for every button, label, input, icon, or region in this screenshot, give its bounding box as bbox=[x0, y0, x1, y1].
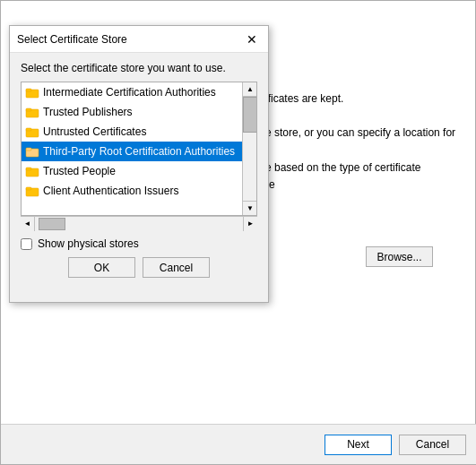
scroll-right-button[interactable]: ► bbox=[243, 217, 257, 231]
scroll-down-button[interactable]: ▼ bbox=[243, 201, 257, 215]
ok-button[interactable]: OK bbox=[68, 257, 135, 278]
folder-icon bbox=[25, 144, 39, 159]
list-item-label: Trusted Publishers bbox=[43, 106, 133, 118]
show-physical-stores-label: Show physical stores bbox=[38, 237, 139, 250]
modal-description-text: Select the certificate store you want to… bbox=[21, 62, 257, 74]
svg-rect-9 bbox=[26, 168, 31, 170]
folder-icon bbox=[25, 105, 39, 119]
certificate-store-modal: Select Certificate Store ✕ Select the ce… bbox=[9, 25, 269, 303]
svg-rect-11 bbox=[26, 187, 31, 190]
svg-rect-3 bbox=[26, 108, 31, 111]
show-physical-stores-checkbox[interactable] bbox=[21, 238, 32, 250]
list-item-label: Trusted People bbox=[43, 165, 116, 177]
cancel-button[interactable]: Cancel bbox=[143, 257, 210, 278]
modal-body: Select the certificate store you want to… bbox=[10, 53, 268, 285]
folder-icon bbox=[25, 184, 39, 198]
folder-icon bbox=[25, 125, 39, 139]
list-item[interactable]: Untrusted Certificates bbox=[22, 122, 242, 142]
certificate-store-list[interactable]: Intermediate Certification Authorities T… bbox=[22, 82, 242, 215]
list-item[interactable]: Intermediate Certification Authorities bbox=[22, 82, 242, 102]
scroll-up-button[interactable]: ▲ bbox=[243, 82, 257, 97]
modal-overlay: Select Certificate Store ✕ Select the ce… bbox=[0, 0, 476, 465]
list-item-label: Untrusted Certificates bbox=[43, 125, 146, 138]
svg-rect-5 bbox=[26, 128, 31, 131]
hscroll-thumb[interactable] bbox=[39, 218, 65, 230]
svg-rect-1 bbox=[26, 89, 31, 91]
certificate-store-list-container: Intermediate Certification Authorities T… bbox=[21, 82, 257, 216]
list-item[interactable]: Trusted Publishers bbox=[22, 102, 242, 122]
modal-close-button[interactable]: ✕ bbox=[243, 30, 261, 48]
list-item-label: Third-Party Root Certification Authoriti… bbox=[43, 145, 235, 158]
scroll-thumb[interactable] bbox=[243, 97, 257, 133]
folder-icon bbox=[25, 85, 39, 99]
modal-title: Select Certificate Store bbox=[17, 33, 127, 46]
svg-rect-7 bbox=[26, 148, 31, 151]
vertical-scrollbar[interactable]: ▲ ▼ bbox=[242, 82, 256, 215]
list-item[interactable]: Third-Party Root Certification Authoriti… bbox=[22, 142, 242, 161]
folder-icon bbox=[25, 164, 39, 178]
list-item-label: Client Authentication Issuers bbox=[43, 185, 178, 197]
modal-titlebar: Select Certificate Store ✕ bbox=[10, 26, 268, 53]
list-item[interactable]: Client Authentication Issuers bbox=[22, 181, 242, 201]
horizontal-scrollbar[interactable]: ◄ ► bbox=[21, 216, 257, 230]
list-item[interactable]: Trusted People bbox=[22, 161, 242, 181]
list-item-label: Intermediate Certification Authorities bbox=[43, 86, 216, 99]
modal-button-row: OK Cancel bbox=[21, 257, 257, 278]
show-physical-stores-row: Show physical stores bbox=[21, 237, 257, 250]
scroll-left-button[interactable]: ◄ bbox=[21, 217, 35, 231]
